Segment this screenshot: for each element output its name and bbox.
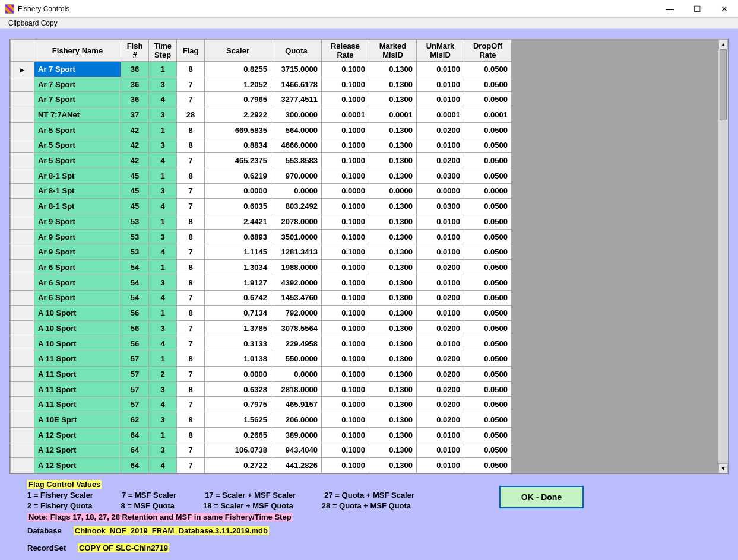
cell-dropoff-rate[interactable]: 0.0500 [464, 412, 512, 428]
col-flag[interactable]: Flag [177, 40, 205, 62]
col-dropoff-rate[interactable]: DropOff Rate [464, 40, 512, 62]
cell-fishery-name[interactable]: Ar 9 Sport [34, 244, 121, 260]
cell-release-rate[interactable]: 0.1000 [322, 290, 369, 306]
cell-release-rate[interactable]: 0.0000 [322, 183, 369, 199]
cell-flag[interactable]: 8 [177, 306, 205, 321]
cell-fishery-name[interactable]: Ar 5 Sport [34, 153, 121, 168]
cell-time-step[interactable]: 4 [149, 153, 177, 168]
cell-fishery-name[interactable]: A 11 Sport [34, 367, 121, 382]
cell-flag[interactable]: 8 [177, 229, 205, 244]
row-header[interactable] [11, 397, 34, 412]
cell-fishery-name[interactable]: A 11 Sport [34, 397, 121, 412]
cell-scaler[interactable]: 0.7975 [205, 397, 271, 412]
cell-unmark-misid[interactable]: 0.0100 [417, 77, 464, 92]
table-row[interactable]: Ar 6 Sport54381.91274392.00000.10000.130… [11, 275, 512, 290]
cell-dropoff-rate[interactable]: 0.0500 [464, 168, 512, 183]
row-header[interactable] [11, 290, 34, 306]
cell-quota[interactable]: 2818.0000 [271, 381, 322, 397]
cell-fishery-name[interactable]: A 10 Sport [34, 320, 121, 336]
cell-fish-number[interactable]: 57 [121, 367, 149, 382]
cell-release-rate[interactable]: 0.1000 [322, 77, 369, 92]
row-header[interactable] [11, 214, 34, 230]
cell-quota[interactable]: 441.2826 [271, 458, 322, 473]
row-header[interactable] [11, 412, 34, 428]
cell-quota[interactable]: 553.8583 [271, 153, 322, 168]
cell-flag[interactable]: 8 [177, 275, 205, 290]
cell-flag[interactable]: 7 [177, 199, 205, 214]
row-header[interactable] [11, 275, 34, 290]
cell-release-rate[interactable]: 0.1000 [322, 412, 369, 428]
cell-scaler[interactable]: 1.2052 [205, 77, 271, 92]
row-header[interactable] [11, 229, 34, 244]
cell-fish-number[interactable]: 45 [121, 183, 149, 199]
cell-flag[interactable]: 8 [177, 260, 205, 275]
table-row[interactable]: Ar 9 Sport53182.44212078.00000.10000.130… [11, 214, 512, 230]
cell-fish-number[interactable]: 54 [121, 275, 149, 290]
cell-quota[interactable]: 465.9157 [271, 397, 322, 412]
cell-fish-number[interactable]: 42 [121, 138, 149, 153]
row-header[interactable] [11, 427, 34, 443]
row-header[interactable] [11, 381, 34, 397]
cell-fishery-name[interactable]: A 11 Sport [34, 381, 121, 397]
cell-unmark-misid[interactable]: 0.0200 [417, 397, 464, 412]
cell-quota[interactable]: 1281.3413 [271, 244, 322, 260]
row-header[interactable] [11, 107, 34, 123]
cell-marked-misid[interactable]: 0.1300 [369, 229, 417, 244]
cell-release-rate[interactable]: 0.1000 [322, 92, 369, 107]
cell-fishery-name[interactable]: Ar 9 Sport [34, 214, 121, 230]
cell-quota[interactable]: 4666.0000 [271, 138, 322, 153]
cell-quota[interactable]: 2078.0000 [271, 214, 322, 230]
table-row[interactable]: A 12 Sport64180.2665389.00000.10000.1300… [11, 427, 512, 443]
cell-fishery-name[interactable]: Ar 5 Sport [34, 138, 121, 153]
col-fishery-name[interactable]: Fishery Name [34, 40, 121, 62]
row-header[interactable] [11, 306, 34, 321]
row-header[interactable] [11, 244, 34, 260]
cell-dropoff-rate[interactable]: 0.0500 [464, 336, 512, 351]
cell-unmark-misid[interactable]: 0.0100 [417, 244, 464, 260]
cell-quota[interactable]: 300.0000 [271, 107, 322, 123]
cell-unmark-misid[interactable]: 0.0100 [417, 427, 464, 443]
cell-time-step[interactable]: 3 [149, 138, 177, 153]
cell-quota[interactable]: 3277.4511 [271, 92, 322, 107]
cell-marked-misid[interactable]: 0.1300 [369, 443, 417, 458]
cell-unmark-misid[interactable]: 0.0200 [417, 367, 464, 382]
cell-scaler[interactable]: 0.0000 [205, 367, 271, 382]
cell-fish-number[interactable]: 57 [121, 397, 149, 412]
table-row[interactable]: Ar 8-1 Spt45470.6035803.24920.10000.1300… [11, 199, 512, 214]
cell-unmark-misid[interactable]: 0.0100 [417, 275, 464, 290]
cell-scaler[interactable]: 1.1145 [205, 244, 271, 260]
cell-flag[interactable]: 8 [177, 62, 205, 77]
table-row[interactable]: Ar 7 Sport36470.79653277.45110.10000.130… [11, 92, 512, 107]
table-row[interactable]: A 11 Sport57470.7975465.91570.10000.1300… [11, 397, 512, 412]
cell-fish-number[interactable]: 64 [121, 443, 149, 458]
cell-dropoff-rate[interactable]: 0.0000 [464, 183, 512, 199]
cell-dropoff-rate[interactable]: 0.0500 [464, 244, 512, 260]
table-row[interactable]: A 10 Sport56180.7134792.00000.10000.1300… [11, 306, 512, 321]
cell-time-step[interactable]: 3 [149, 275, 177, 290]
cell-fish-number[interactable]: 45 [121, 168, 149, 183]
cell-dropoff-rate[interactable]: 0.0500 [464, 306, 512, 321]
row-header[interactable] [11, 320, 34, 336]
cell-fish-number[interactable]: 42 [121, 153, 149, 168]
cell-fishery-name[interactable]: A 12 Sport [34, 458, 121, 473]
cell-fishery-name[interactable]: Ar 7 Sport [34, 62, 121, 77]
cell-marked-misid[interactable]: 0.1300 [369, 427, 417, 443]
cell-time-step[interactable]: 3 [149, 412, 177, 428]
cell-scaler[interactable]: 0.6742 [205, 290, 271, 306]
cell-time-step[interactable]: 3 [149, 107, 177, 123]
data-grid[interactable]: Fishery Name Fish # Time Step Flag Scale… [9, 39, 729, 474]
cell-flag[interactable]: 8 [177, 214, 205, 230]
col-scaler[interactable]: Scaler [205, 40, 271, 62]
table-row[interactable]: A 11 Sport57270.00000.00000.10000.13000.… [11, 367, 512, 382]
cell-marked-misid[interactable]: 0.1300 [369, 458, 417, 473]
cell-fishery-name[interactable]: A 12 Sport [34, 427, 121, 443]
row-header[interactable] [11, 122, 34, 138]
minimize-button[interactable]: — [656, 0, 683, 18]
cell-flag[interactable]: 7 [177, 183, 205, 199]
cell-scaler[interactable]: 0.8255 [205, 62, 271, 77]
row-header[interactable] [11, 92, 34, 107]
cell-quota[interactable]: 1453.4760 [271, 290, 322, 306]
cell-marked-misid[interactable]: 0.1300 [369, 122, 417, 138]
cell-fish-number[interactable]: 64 [121, 458, 149, 473]
cell-scaler[interactable]: 0.7134 [205, 306, 271, 321]
